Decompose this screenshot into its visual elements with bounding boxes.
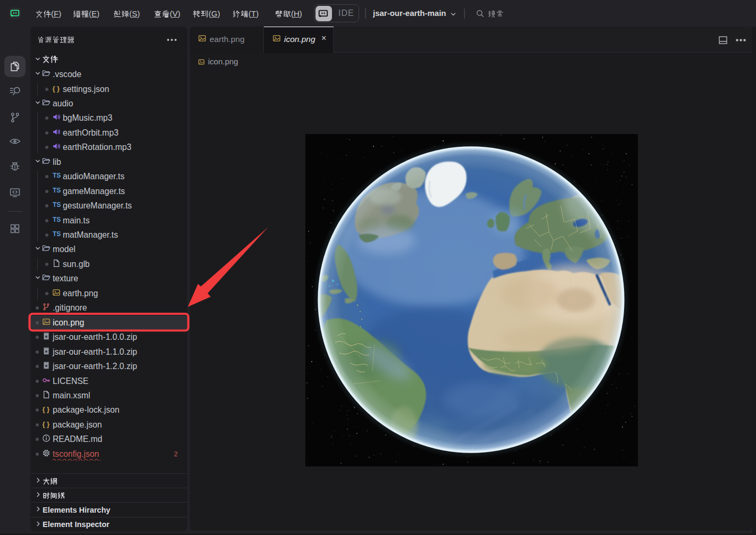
svg-text:{: { [43,405,45,413]
svg-text:TS: TS [53,187,61,194]
svg-text:TS: TS [53,216,61,223]
svg-text:TS: TS [53,201,61,208]
svg-text:}: } [47,420,49,428]
svg-text:{: { [53,84,55,92]
svg-text:}: } [47,405,49,413]
svg-text:TS: TS [53,230,61,238]
svg-text:}: } [57,84,60,92]
svg-text:TS: TS [53,172,61,180]
svg-text:{: { [43,420,45,428]
